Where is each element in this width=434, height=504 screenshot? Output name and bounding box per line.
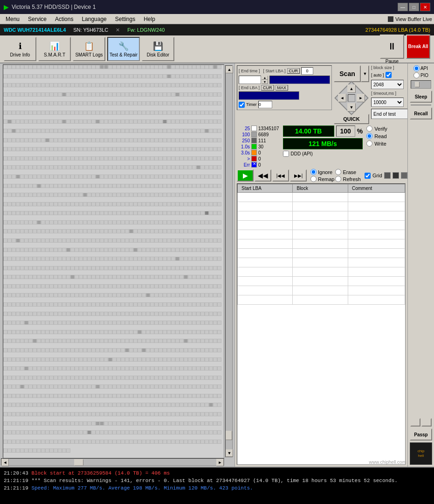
scan-cell [41,357,45,362]
device-close-icon[interactable]: ✕ [116,27,120,33]
disk-editor-button[interactable]: 💾 Disk Editor [142,37,174,61]
dir-left-button[interactable]: ◄ [338,94,346,102]
scroll-down-button[interactable]: ▼ [226,449,233,457]
api-radio[interactable] [413,65,420,71]
scan-cell [49,138,54,142]
erase-radio[interactable] [335,169,341,175]
scan-cell [96,385,100,389]
pio-radio[interactable] [413,72,420,78]
next-button[interactable]: ▶▶| [290,169,307,182]
scan-cell [87,412,91,416]
sleep-button[interactable]: Sleep [410,91,432,103]
passp-button[interactable]: Passp [410,428,432,441]
scan-cell [37,248,41,252]
result-table-container: Start LBA Block Comment [237,183,406,465]
start-lba-input[interactable]: 0 [269,76,330,84]
scan-cell [54,83,58,87]
scroll-up-button[interactable]: ▲ [226,66,233,73]
remap-radio[interactable] [310,176,317,182]
scroll-left-button[interactable]: ◄ [1,459,9,466]
scan-cell [158,339,163,343]
minimize-button[interactable]: — [398,3,408,11]
play-button[interactable]: ▶ [237,169,254,182]
scan-cell [146,293,150,297]
menu-help[interactable]: Help [140,15,159,23]
recall-button[interactable]: Recall [410,107,432,119]
scan-cell [49,165,54,169]
scan-cell [150,65,154,69]
dir-right-button[interactable]: ► [357,94,365,102]
menu-language[interactable]: Language [78,15,110,23]
menu-settings[interactable]: Settings [111,15,139,23]
sidebar-btn-left[interactable] [410,418,420,427]
end-lba-input[interactable]: 27344764927 [239,91,299,100]
scan-cell [171,184,175,188]
scan-cell [142,257,146,261]
ignore-radio[interactable] [310,169,317,175]
time-up-button[interactable]: ▲ [262,76,268,80]
refresh-radio[interactable] [335,176,341,182]
scan-cell [7,156,12,161]
write-radio[interactable] [366,140,372,147]
scan-cell [7,394,12,398]
auto-checkbox[interactable] [386,72,392,78]
ddd-checkbox[interactable] [283,151,289,157]
grid-checkbox[interactable] [365,173,371,179]
sidebar-btn-right[interactable] [421,418,432,427]
read-radio[interactable] [366,133,372,139]
scroll-right-button[interactable]: ► [216,459,224,466]
time-input[interactable]: 12:00 [239,76,261,84]
menu-actions[interactable]: Actions [51,15,77,23]
scan-cell [12,65,16,69]
timeout-select[interactable]: 10000 [371,98,404,107]
scan-cell [121,348,125,352]
scan-cell [129,248,133,252]
block-size-select[interactable]: 2048 [371,80,404,89]
dir-up-button[interactable]: ▲ [347,84,356,93]
scan-cell [75,302,79,307]
menu-service[interactable]: Service [24,15,50,23]
maximize-button[interactable]: □ [409,3,419,11]
scan-cell [163,440,167,444]
scan-cell [33,119,37,124]
drive-info-button[interactable]: ℹ Drive Info [4,37,36,61]
test-repair-button[interactable]: 🔧 Test & Repair [107,37,140,61]
scan-cell [33,275,37,279]
quick-button[interactable]: QUICK [334,114,369,124]
scan-button[interactable]: Scan [334,65,361,82]
scan-cell [188,321,192,325]
scan-cell [24,339,28,343]
prev-button[interactable]: |◀◀ [272,169,289,182]
scan-cell [167,275,171,279]
scan-cell [28,74,33,78]
menu-menu[interactable]: Menu [2,15,23,23]
time-down-button[interactable]: ▼ [262,80,268,84]
rewind-button[interactable]: ◀◀ [255,169,271,182]
scan-cell [75,440,79,444]
slider-control[interactable] [411,80,431,89]
scan-cell [138,421,142,426]
timer-checkbox[interactable] [239,102,245,108]
cur-input[interactable] [301,67,313,75]
pause-button[interactable]: ⏸ [380,35,404,59]
smart-button[interactable]: 📊 S.M.A.R.T [38,37,71,61]
break-all-button[interactable]: Break All [406,35,430,59]
scan-cell [62,440,66,444]
scan-cell [213,74,217,78]
scan-cell [179,65,184,69]
scan-map [3,64,224,458]
scan-dropdown-button[interactable]: ▼ [361,65,369,82]
timer-input[interactable] [258,101,272,108]
verify-radio[interactable] [366,126,372,132]
close-button[interactable]: ✕ [420,3,430,11]
h-scroll-thumb[interactable] [74,459,83,466]
direction-pad: ▲ ▼ ◄ ► [337,84,366,112]
scan-cell [138,376,142,380]
stat-row-250: 250 111 [237,138,279,143]
scan-cell [75,74,79,78]
stats-panel: 25 13345107 100 6689 250 111 1.0s [237,126,279,168]
dir-down-button[interactable]: ▼ [347,103,356,112]
smart-logs-button[interactable]: 📋 SMART Logs [73,37,105,61]
scan-cell [133,220,138,224]
scroll-thumb[interactable] [226,431,232,440]
